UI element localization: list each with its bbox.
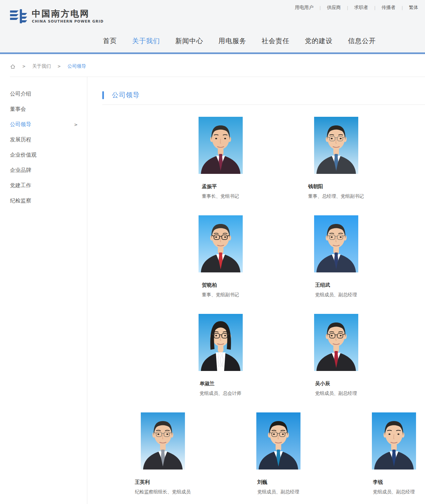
leader-portrait	[199, 117, 243, 174]
sidebar-item-label: 董事会	[10, 106, 26, 113]
section-header: 公司领导	[102, 91, 425, 100]
leader-title: 董事、总经理、党组副书记	[308, 193, 364, 199]
power-grid-logo-icon	[9, 9, 28, 24]
leader-portrait	[199, 314, 243, 371]
toplink-job-seeker[interactable]: 求职者	[354, 5, 368, 11]
breadcrumb-about-us[interactable]: 关于我们	[32, 63, 51, 69]
top-utility-links: 用电用户 | 供应商 | 求职者 | 传播者 | 繁体	[295, 5, 418, 11]
nav-social-responsibility[interactable]: 社会责任	[262, 36, 290, 46]
nav-information-disclosure[interactable]: 信息公开	[348, 36, 376, 46]
leader-card[interactable]: 贺晓柏 董事、党组副书记	[163, 215, 278, 298]
sidebar-item-development-history[interactable]: 发展历程	[10, 132, 78, 147]
eye-left	[273, 434, 275, 435]
eye-right	[166, 434, 168, 435]
chevron-right-icon: >	[74, 122, 78, 127]
eye-left	[331, 335, 333, 336]
leaders-row: 贺晓柏 董事、党组副书记	[102, 215, 425, 298]
sidebar-item-label: 发展历程	[10, 136, 31, 143]
separator: |	[347, 5, 348, 10]
eye-left	[331, 138, 333, 139]
section-divider	[102, 105, 425, 105]
leader-card[interactable]: 孟振平 董事长、党组书记	[163, 117, 278, 199]
nav-about-us[interactable]: 关于我们	[132, 36, 160, 46]
eye-right	[340, 335, 342, 336]
separator: |	[319, 5, 321, 10]
leaders-row: 单淑兰 党组成员、总会计师	[102, 314, 425, 396]
leader-card[interactable]: 吴小辰 党组成员、副总经理	[278, 314, 394, 396]
chevron-right-icon: >	[57, 64, 61, 69]
leader-photo	[199, 314, 243, 371]
leader-portrait	[256, 412, 300, 469]
nav-power-services[interactable]: 用电服务	[218, 36, 246, 46]
sidebar-item-label: 党建工作	[10, 182, 31, 189]
sidebar-item-company-intro[interactable]: 公司介绍	[10, 86, 78, 102]
leader-card[interactable]: 单淑兰 党组成员、总会计师	[163, 314, 278, 396]
leader-card[interactable]: 王绍武 党组成员、副总经理	[278, 215, 394, 298]
company-logo[interactable]: 中国南方电网 CHINA SOUTHERN POWER GRID	[9, 9, 104, 24]
eye-right	[224, 335, 226, 336]
sidebar-item-corporate-values[interactable]: 企业价值观	[10, 147, 78, 163]
sidebar-item-corporate-brand[interactable]: 企业品牌	[10, 163, 78, 178]
leader-portrait	[314, 314, 358, 371]
toplink-media[interactable]: 传播者	[382, 5, 395, 11]
sidebar: 公司介绍 董事会 公司领导 > 发展历程 企业价值观 企业品牌 党建工作 纪检监…	[0, 77, 87, 504]
leader-name: 吴小辰	[315, 380, 357, 387]
nav-home[interactable]: 首页	[103, 36, 117, 46]
leader-photo	[141, 412, 185, 469]
chevron-right-icon: >	[22, 64, 26, 69]
leader-card[interactable]: 王英利 纪检监察组组长、党组成员	[105, 412, 220, 495]
leader-name: 孟振平	[202, 183, 239, 190]
leader-name: 刘巍	[257, 478, 299, 486]
leaders-row: 王英利 纪检监察组组长、党组成员	[102, 412, 425, 495]
page: 中国南方电网 CHINA SOUTHERN POWER GRID 用电用户 | …	[0, 0, 425, 504]
eye-left	[388, 434, 390, 435]
eye-left	[215, 138, 217, 139]
leader-name: 王英利	[135, 478, 191, 486]
eye-right	[397, 434, 399, 435]
leaders-grid: 孟振平 董事长、党组书记	[102, 117, 425, 495]
leader-card[interactable]: 李锐 党组成员、副总经理	[336, 412, 425, 495]
leader-portrait	[372, 412, 416, 469]
title-accent-bar	[102, 91, 104, 99]
eye-left	[215, 335, 217, 336]
leader-portrait	[199, 215, 243, 272]
leader-title: 党组成员、副总经理	[315, 291, 357, 298]
home-icon[interactable]	[10, 64, 16, 69]
toplink-power-user[interactable]: 用电用户	[295, 5, 313, 11]
leader-title: 纪检监察组组长、党组成员	[135, 488, 191, 495]
logo-title-en: CHINA SOUTHERN POWER GRID	[32, 19, 104, 23]
toplink-supplier[interactable]: 供应商	[327, 5, 341, 11]
leader-photo	[256, 412, 300, 469]
leader-photo	[314, 215, 358, 272]
site-header: 中国南方电网 CHINA SOUTHERN POWER GRID 用电用户 | …	[0, 0, 425, 54]
leader-name: 李锐	[373, 478, 415, 486]
separator: |	[374, 5, 376, 10]
sidebar-item-party-building-work[interactable]: 党建工作	[10, 178, 78, 193]
sidebar-item-label: 企业价值观	[10, 152, 37, 159]
page-title: 公司领导	[112, 91, 140, 100]
leader-name: 钱朝阳	[308, 183, 364, 190]
main-content: 公司领导	[102, 91, 425, 504]
eye-right	[282, 434, 284, 435]
toplink-traditional-chinese[interactable]: 繁体	[409, 5, 418, 11]
breadcrumb-company-leaders: 公司领导	[67, 63, 86, 69]
leader-card[interactable]: 钱朝阳 董事、总经理、党组副书记	[278, 117, 394, 199]
sidebar-item-label: 公司领导	[10, 121, 31, 128]
nav-news-center[interactable]: 新闻中心	[175, 36, 203, 46]
sidebar-item-label: 企业品牌	[10, 167, 31, 174]
nav-party-building[interactable]: 党的建设	[305, 36, 333, 46]
leader-title: 党组成员、副总经理	[315, 390, 357, 396]
leader-photo	[199, 215, 243, 272]
sidebar-item-board-of-directors[interactable]: 董事会	[10, 102, 78, 117]
eye-right	[224, 138, 226, 139]
sidebar-item-company-leaders[interactable]: 公司领导 >	[10, 117, 78, 132]
leader-title: 党组成员、副总经理	[373, 488, 415, 495]
sidebar-item-discipline-inspection[interactable]: 纪检监察	[10, 193, 78, 208]
eye-left	[157, 434, 159, 435]
breadcrumb: > 关于我们 > 公司领导	[10, 62, 86, 70]
leaders-row: 孟振平 董事长、党组书记	[102, 117, 425, 199]
eye-right	[340, 237, 342, 238]
leader-card[interactable]: 刘巍 党组成员、副总经理	[220, 412, 336, 495]
sidebar-item-label: 公司介绍	[10, 91, 31, 98]
leader-title: 党组成员、副总经理	[257, 488, 299, 495]
